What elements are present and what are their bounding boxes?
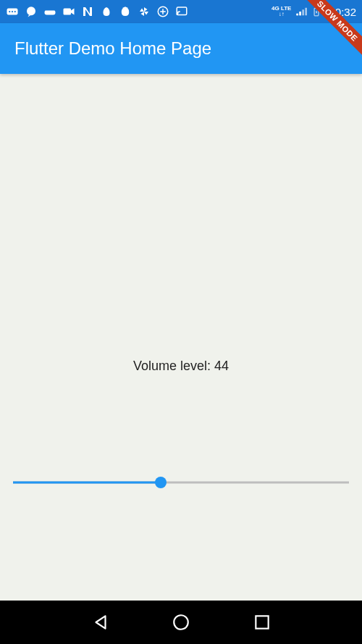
svg-rect-5 xyxy=(64,9,72,15)
chat-icon xyxy=(25,5,38,18)
creature2-icon xyxy=(119,5,132,18)
add-circle-icon xyxy=(156,5,169,18)
android-nav-bar xyxy=(0,601,362,644)
android-status-bar: 4G LTE ↓↑ 10:32 xyxy=(0,0,362,23)
slider-thumb[interactable] xyxy=(155,477,167,488)
svg-point-11 xyxy=(174,615,188,630)
content-body: Volume level: 44 xyxy=(0,74,362,601)
pinwheel-icon xyxy=(138,5,151,18)
svg-rect-12 xyxy=(256,616,268,628)
svg-point-3 xyxy=(14,11,16,12)
creature-icon xyxy=(100,5,113,18)
volume-level-label: Volume level: 44 xyxy=(0,359,362,374)
cast-icon xyxy=(175,5,188,18)
svg-point-1 xyxy=(9,11,10,12)
app-bar: Flutter Demo Home Page xyxy=(0,23,362,74)
recents-button[interactable] xyxy=(253,613,272,632)
svg-point-8 xyxy=(177,14,178,15)
svg-point-4 xyxy=(27,7,35,15)
home-button[interactable] xyxy=(172,613,190,632)
svg-rect-10 xyxy=(316,7,317,8)
status-icons-left xyxy=(6,5,188,18)
svg-point-2 xyxy=(12,11,13,12)
status-icons-right: 4G LTE ↓↑ 10:32 xyxy=(272,5,356,18)
lte-indicator: 4G LTE ↓↑ xyxy=(272,6,291,17)
battery-charging-icon xyxy=(311,5,321,18)
n-icon xyxy=(81,5,94,18)
game-icon xyxy=(43,5,56,18)
messages-icon xyxy=(6,5,19,18)
back-button[interactable] xyxy=(91,613,110,632)
volume-value: 44 xyxy=(214,359,229,373)
video-icon xyxy=(62,5,75,18)
slider-track-active xyxy=(13,482,161,484)
signal-icon xyxy=(295,6,307,17)
app-bar-title: Flutter Demo Home Page xyxy=(14,38,211,59)
volume-slider[interactable] xyxy=(13,475,349,490)
status-clock: 10:32 xyxy=(329,6,356,18)
